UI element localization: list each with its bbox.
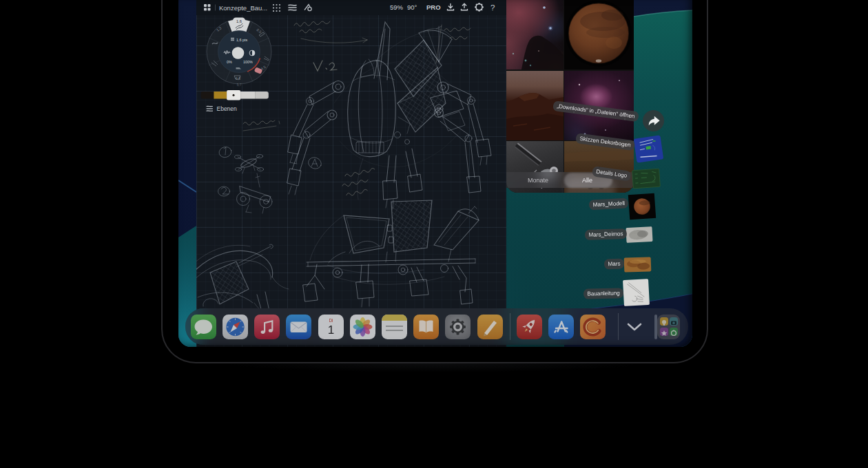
svg-text:PRO: PRO: [426, 3, 441, 11]
svg-text:Konzepte_Bau...: Konzepte_Bau...: [219, 4, 267, 12]
svg-text:Di: Di: [329, 318, 333, 323]
svg-text:90°: 90°: [407, 3, 417, 11]
svg-text:1,6 pts: 1,6 pts: [236, 38, 247, 42]
svg-text:1: 1: [327, 323, 333, 337]
svg-text:5,7: 5,7: [237, 83, 242, 87]
svg-text:?: ?: [490, 3, 495, 12]
svg-text:100%: 100%: [243, 60, 253, 64]
svg-text:0%: 0%: [227, 60, 232, 64]
svg-text:Ebenen: Ebenen: [217, 105, 238, 112]
svg-text:1,6: 1,6: [236, 19, 242, 23]
svg-text:59%: 59%: [390, 3, 404, 11]
